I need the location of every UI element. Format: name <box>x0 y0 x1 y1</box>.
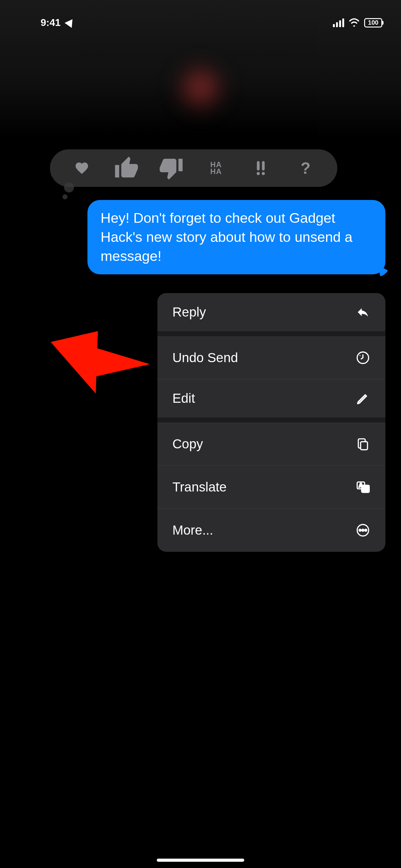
tapback-haha[interactable]: HA HA <box>204 156 229 181</box>
translate-icon: A 文 <box>356 479 370 495</box>
menu-item-label: Reply <box>172 305 206 320</box>
svg-point-11 <box>359 529 361 531</box>
wifi-icon <box>348 18 360 28</box>
undo-icon <box>356 350 370 365</box>
tapback-exclaim[interactable] <box>248 156 273 181</box>
tapback-reactions-bar: HA HA ? <box>50 149 337 187</box>
battery-indicator: 100 <box>364 18 382 28</box>
svg-point-12 <box>362 529 364 531</box>
tapback-thumbs-down[interactable] <box>159 156 183 181</box>
tapback-heart[interactable] <box>69 156 94 181</box>
menu-item-copy[interactable]: Copy <box>157 423 386 466</box>
status-time: 9:41 <box>41 17 61 28</box>
svg-text:文: 文 <box>363 486 368 492</box>
tapback-thumbs-up[interactable] <box>114 156 139 181</box>
menu-item-label: Edit <box>172 391 195 406</box>
menu-item-label: Undo Send <box>172 350 238 365</box>
menu-item-undo-send[interactable]: Undo Send <box>157 336 386 379</box>
sent-message-bubble[interactable]: Hey! Don't forget to check out Gadget Ha… <box>88 200 386 274</box>
menu-item-more[interactable]: More... <box>157 509 386 552</box>
status-bar: 9:41 100 <box>0 0 401 37</box>
svg-rect-2 <box>262 161 265 170</box>
menu-item-label: Copy <box>172 436 203 452</box>
status-left: 9:41 <box>41 17 74 28</box>
menu-item-reply[interactable]: Reply <box>157 293 386 336</box>
menu-item-edit[interactable]: Edit <box>157 379 386 423</box>
svg-marker-14 <box>50 329 151 395</box>
svg-rect-0 <box>257 161 260 170</box>
message-context-menu: Reply Undo Send Edit Copy Translate A 文 <box>157 293 386 552</box>
battery-percentage: 100 <box>368 19 378 26</box>
contact-avatar-blurred <box>172 59 229 116</box>
svg-point-13 <box>365 529 367 531</box>
home-indicator[interactable] <box>157 859 244 862</box>
status-right: 100 <box>333 18 382 28</box>
menu-item-label: Translate <box>172 479 227 495</box>
reply-icon <box>356 305 370 320</box>
menu-item-translate[interactable]: Translate A 文 <box>157 466 386 509</box>
annotation-arrow <box>50 325 159 401</box>
svg-rect-5 <box>361 441 368 450</box>
more-icon <box>356 523 370 538</box>
cellular-signal-icon <box>333 19 344 27</box>
message-text: Hey! Don't forget to check out Gadget Ha… <box>101 210 353 264</box>
location-icon <box>65 17 76 28</box>
menu-item-label: More... <box>172 523 213 538</box>
svg-point-1 <box>257 172 260 175</box>
copy-icon <box>356 436 370 452</box>
svg-point-3 <box>262 172 265 175</box>
edit-icon <box>356 391 370 406</box>
tapback-question[interactable]: ? <box>293 156 318 181</box>
